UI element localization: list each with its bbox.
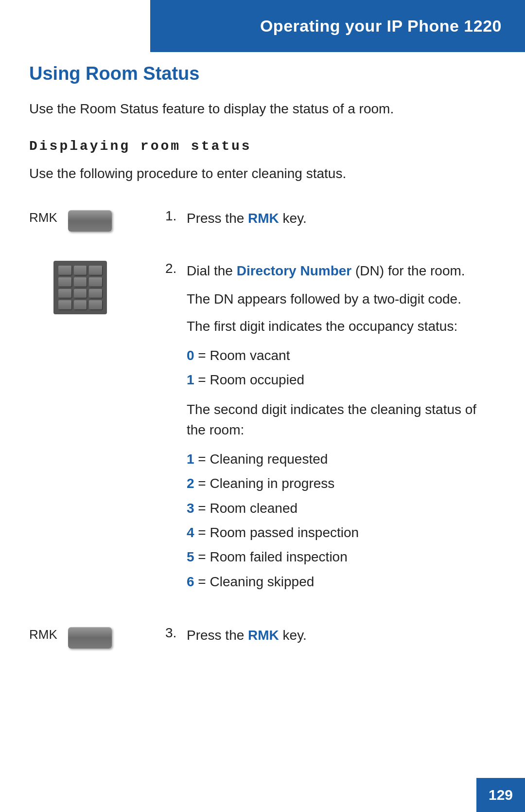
intro-text: Use the Room Status feature to display t… xyxy=(29,99,496,119)
step-2-text-block: Dial the Directory Number (DN) for the r… xyxy=(187,261,496,601)
step-2-icon-area xyxy=(29,261,165,314)
step-1-icon-area: RMK xyxy=(29,208,165,232)
header-title: Operating your IP Phone 1220 xyxy=(260,17,502,36)
keypad-icon xyxy=(53,261,107,314)
step-1-rmk-label: RMK xyxy=(29,210,58,225)
cleaning-2: 2 = Cleaning in progress xyxy=(187,471,496,496)
key-7 xyxy=(58,289,71,298)
step-2-sub1: The DN appears followed by a two-digit c… xyxy=(187,289,496,309)
header-title-bold: 1220 xyxy=(464,17,502,35)
cleaning-list: 1 = Cleaning requested 2 = Cleaning in p… xyxy=(187,447,496,594)
key-6 xyxy=(89,277,102,287)
steps-container: RMK 1. Press the RMK key. xyxy=(29,208,496,653)
step-1-number: 1. xyxy=(165,208,187,224)
cleaning-1: 1 = Cleaning requested xyxy=(187,447,496,471)
step-3-rmk-keyword: RMK xyxy=(248,628,279,643)
step-1-row: RMK 1. Press the RMK key. xyxy=(29,208,496,236)
occupancy-1: 1 = Room occupied xyxy=(187,368,496,392)
step-3-content: 3. Press the RMK key. xyxy=(165,625,496,653)
key-2 xyxy=(74,266,87,275)
procedure-intro: Use the following procedure to enter cle… xyxy=(29,163,496,184)
step-2-cleaning-intro: The second digit indicates the cleaning … xyxy=(187,399,496,440)
header-title-normal: Operating your IP Phone xyxy=(260,17,464,35)
step-2-number: 2. xyxy=(165,261,187,276)
cleaning-4: 4 = Room passed inspection xyxy=(187,521,496,545)
step-3-header: 3. Press the RMK key. xyxy=(165,625,496,653)
step-3-icon-area: RMK xyxy=(29,625,165,649)
key-3 xyxy=(89,266,102,275)
step-2-content: 2. Dial the Directory Number (DN) for th… xyxy=(165,261,496,601)
step-2-sub2: The first digit indicates the occupancy … xyxy=(187,316,496,337)
key-5 xyxy=(74,277,87,287)
key-1 xyxy=(58,266,71,275)
step-2-dn-keyword: Directory Number xyxy=(237,263,352,278)
key-8 xyxy=(74,289,87,298)
step-3-row: RMK 3. Press the RMK key. xyxy=(29,625,496,653)
occupancy-0: 0 = Room vacant xyxy=(187,343,496,368)
rmk-button-1 xyxy=(68,210,112,232)
key-star xyxy=(58,300,71,309)
step-1-text: Press the RMK key. xyxy=(187,208,307,229)
subsection-title: Displaying room status xyxy=(29,139,496,154)
header-bar: Operating your IP Phone 1220 xyxy=(150,0,525,52)
step-3-text: Press the RMK key. xyxy=(187,625,307,646)
cleaning-5: 5 = Room failed inspection xyxy=(187,545,496,569)
cleaning-6: 6 = Cleaning skipped xyxy=(187,570,496,594)
step-3-number: 3. xyxy=(165,625,187,641)
step-1-content: 1. Press the RMK key. xyxy=(165,208,496,236)
key-9 xyxy=(89,289,102,298)
key-4 xyxy=(58,277,71,287)
step-2-main-text: Dial the Directory Number (DN) for the r… xyxy=(187,261,496,281)
section-title: Using Room Status xyxy=(29,63,496,84)
step-2-row: 2. Dial the Directory Number (DN) for th… xyxy=(29,261,496,601)
key-hash xyxy=(89,300,102,309)
step-1-rmk-keyword: RMK xyxy=(248,211,279,226)
step-1-header: 1. Press the RMK key. xyxy=(165,208,496,236)
page-content: Using Room Status Use the Room Status fe… xyxy=(29,63,496,653)
key-0 xyxy=(74,300,87,309)
rmk-button-3 xyxy=(68,627,112,649)
occupancy-list: 0 = Room vacant 1 = Room occupied xyxy=(187,343,496,393)
step-3-rmk-label: RMK xyxy=(29,627,58,642)
step-2-header: 2. Dial the Directory Number (DN) for th… xyxy=(165,261,496,601)
page-number: 129 xyxy=(489,787,513,803)
page-number-box: 129 xyxy=(476,778,525,812)
cleaning-3: 3 = Room cleaned xyxy=(187,496,496,521)
